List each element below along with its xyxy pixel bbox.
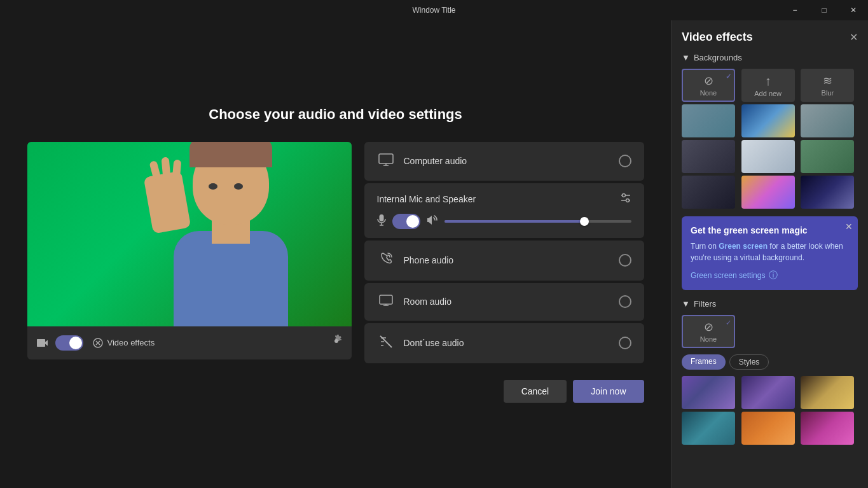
add-icon: ↑ — [765, 74, 771, 88]
green-screen-tip: ✕ Get the green screen magic Turn on Gre… — [682, 216, 858, 290]
titlebar: Window Title − □ ✕ — [0, 0, 868, 20]
room-audio-icon — [377, 295, 395, 309]
join-now-button[interactable]: Join now — [573, 380, 644, 403]
filter-none-item[interactable]: ⊘ None ✓ — [682, 315, 735, 348]
green-screen-link-row: Green screen settings ⓘ — [691, 270, 849, 281]
mic-toggle-switch[interactable] — [392, 214, 420, 229]
bg-blur-label: Blur — [822, 89, 834, 97]
window-title: Window Title — [412, 6, 455, 15]
bg-city-item[interactable] — [741, 104, 795, 137]
computer-audio-radio[interactable] — [619, 155, 631, 167]
backgrounds-section-header[interactable]: ▼ Backgrounds — [682, 53, 858, 62]
computer-audio-label: Computer audio — [404, 156, 610, 166]
bg-office3-item[interactable] — [801, 140, 854, 173]
filter-none-label: None — [700, 335, 717, 343]
video-effects-button[interactable]: Video effects — [92, 337, 155, 349]
filter-none-check: ✓ — [726, 319, 731, 327]
volume-fill — [444, 220, 585, 223]
bg-add-new-item[interactable]: ↑ Add new — [741, 69, 795, 102]
audio-panel: Computer audio Internal Mic and Speaker — [364, 142, 644, 365]
filter-pink-item[interactable] — [801, 412, 854, 445]
green-screen-settings-link[interactable]: Green screen settings — [691, 271, 765, 280]
video-preview — [27, 142, 352, 326]
panel-title: Video effects — [682, 31, 753, 44]
maximize-button[interactable]: □ — [809, 0, 839, 20]
audio-option-phone[interactable]: Phone audio — [364, 241, 644, 281]
settings-button[interactable] — [330, 335, 343, 351]
filter-none-icon: ⊘ — [704, 320, 713, 334]
mic-speaker-header: Internal Mic and Speaker — [377, 192, 631, 206]
phone-audio-icon — [377, 252, 395, 269]
backgrounds-label: Backgrounds — [694, 53, 742, 62]
panel-header: Video effects ✕ — [682, 31, 858, 44]
bg-office1-item[interactable] — [682, 104, 735, 137]
bg-white-item[interactable] — [741, 140, 795, 173]
minimize-button[interactable]: − — [780, 0, 809, 20]
green-screen-tip-title: Get the green screen magic — [691, 225, 849, 235]
filter-purple-item[interactable] — [741, 376, 795, 409]
bg-none-label: None — [700, 89, 717, 97]
svg-rect-1 — [379, 154, 393, 164]
volume-slider-container — [444, 220, 631, 223]
green-screen-tip-text: Turn on Green screen for a better look w… — [691, 241, 849, 263]
styles-tab[interactable]: Styles — [729, 354, 769, 370]
filter-teal-item[interactable] — [682, 412, 735, 445]
bg-dark-item[interactable] — [682, 176, 735, 209]
phone-audio-radio[interactable] — [619, 254, 631, 267]
filters-chevron-icon: ▼ — [682, 299, 690, 309]
page-title: Choose your audio and video settings — [209, 106, 462, 123]
no-audio-radio[interactable] — [619, 337, 631, 349]
bg-add-label: Add new — [754, 90, 782, 97]
audio-option-computer[interactable]: Computer audio — [364, 142, 644, 181]
camera-toggle-icon[interactable] — [36, 338, 49, 348]
video-controls: Video effects — [27, 326, 352, 359]
filter-tabs: Frames Styles — [682, 354, 858, 370]
bg-none-check: ✓ — [726, 73, 731, 81]
blur-icon: ≋ — [823, 74, 832, 88]
filter-grid — [682, 376, 858, 445]
filter-orange-item[interactable] — [741, 412, 795, 445]
none-icon: ⊘ — [704, 74, 713, 88]
bg-blur-item[interactable]: ≋ Blur — [801, 69, 854, 102]
frames-tab[interactable]: Frames — [682, 354, 726, 370]
filters-section-header[interactable]: ▼ Filters — [682, 299, 858, 309]
audio-settings-icon[interactable] — [620, 192, 631, 206]
svg-rect-6 — [379, 214, 383, 221]
right-panel: Video effects ✕ ▼ Backgrounds ⊘ None ✓ ↑… — [671, 20, 868, 488]
info-icon[interactable]: ⓘ — [769, 270, 778, 281]
svg-rect-9 — [380, 295, 392, 304]
computer-audio-icon — [377, 153, 395, 169]
microphone-icon — [377, 214, 386, 228]
mic-speaker-label: Internal Mic and Speaker — [377, 194, 476, 204]
volume-slider[interactable] — [444, 220, 631, 223]
mic-controls-row — [377, 214, 631, 229]
svg-point-3 — [622, 193, 625, 197]
speaker-icon — [427, 215, 438, 228]
no-audio-label: Dont´use audio — [404, 338, 610, 348]
close-button[interactable]: ✕ — [839, 0, 868, 20]
titlebar-controls: − □ ✕ — [780, 0, 868, 20]
video-effects-label: Video effects — [107, 338, 155, 347]
camera-toggle-switch[interactable] — [55, 335, 83, 351]
filter-warm-item[interactable] — [801, 376, 854, 409]
panel-close-button[interactable]: ✕ — [850, 31, 858, 43]
filter-waves-item[interactable] — [682, 376, 735, 409]
volume-thumb[interactable] — [580, 217, 589, 226]
audio-option-room[interactable]: Room audio — [364, 283, 644, 321]
svg-point-5 — [626, 199, 629, 202]
bg-none-item[interactable]: ⊘ None ✓ — [682, 69, 735, 102]
bg-colorful-item[interactable] — [741, 176, 795, 209]
cancel-button[interactable]: Cancel — [504, 380, 567, 403]
video-container: Video effects — [27, 142, 352, 359]
backgrounds-chevron-icon: ▼ — [682, 53, 690, 62]
room-audio-radio[interactable] — [619, 295, 631, 308]
bg-room2-item[interactable] — [682, 140, 735, 173]
backgrounds-grid: ⊘ None ✓ ↑ Add new ≋ Blur — [682, 69, 858, 209]
main-area: Choose your audio and video settings — [0, 20, 671, 488]
green-screen-tip-close[interactable]: ✕ — [845, 221, 853, 232]
green-screen-highlight: Green screen — [719, 242, 768, 251]
bg-space-item[interactable] — [801, 176, 854, 209]
audio-option-none[interactable]: Dont´use audio — [364, 323, 644, 363]
bg-modern-item[interactable] — [801, 104, 854, 137]
content-row: Video effects — [27, 142, 644, 365]
